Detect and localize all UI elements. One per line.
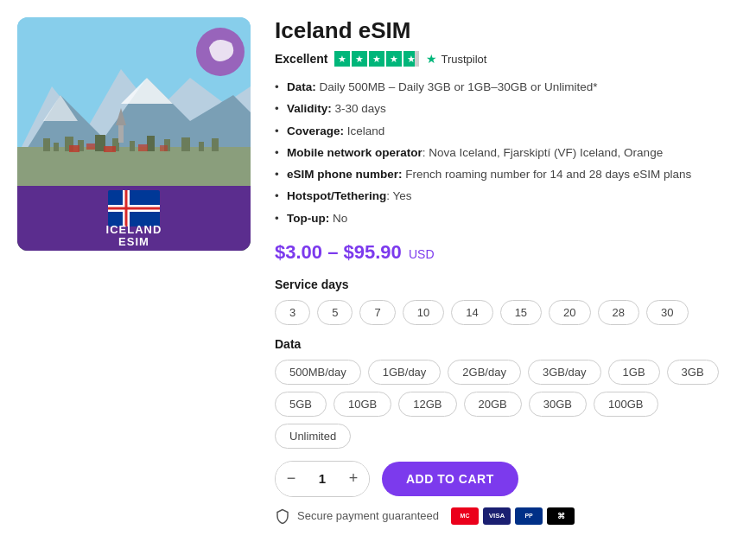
product-container: ICELAND ESIM Iceland eSIM Excellent ★ ★ … [17,17,739,525]
secure-payment-row: Secure payment guaranteed MC VISA PP ⌘ [275,507,739,525]
day-pill-7[interactable]: 7 [359,300,395,325]
price-range: $3.00 – $95.90 USD [275,241,739,264]
svg-rect-17 [199,142,204,151]
svg-rect-16 [181,137,190,151]
day-pill-5[interactable]: 5 [317,300,353,325]
rating-label: Excellent [275,52,327,66]
data-label: Data [275,337,739,351]
price-separator: – [327,241,343,263]
spec-hotspot: Hotspot/Tethering: Yes [275,188,739,205]
trustpilot-star-icon: ★ [426,52,437,66]
svg-rect-6 [17,147,251,186]
service-days-label: Service days [275,278,739,291]
svg-rect-14 [147,136,155,151]
star-5-half: ★ [403,51,419,67]
data-pill-500mb-day[interactable]: 500MB/day [275,360,361,385]
day-pill-10[interactable]: 10 [403,300,444,325]
data-pill-12gb[interactable]: 12GB [398,392,456,417]
svg-rect-24 [138,144,148,151]
data-pill-3gb[interactable]: 3GB [667,360,719,385]
product-title: Iceland eSIM [275,17,739,44]
specs-list: Data: Daily 500MB – Daily 3GB or 1GB–30G… [275,79,739,227]
price-to: $95.90 [344,241,402,263]
data-pill-30gb[interactable]: 30GB [529,392,587,417]
price-from: $3.00 [275,241,322,263]
quantity-control: − 1 + [275,461,370,497]
add-to-cart-button[interactable]: ADD TO CART [382,462,518,496]
star-3: ★ [369,51,384,67]
product-image: ICELAND ESIM [17,17,251,251]
trustpilot-logo: ★ Trustpilot [426,52,486,66]
svg-rect-18 [212,138,219,151]
quantity-increase-button[interactable]: + [338,462,369,496]
shield-icon [275,508,290,524]
data-pill-2gb-day[interactable]: 2GB/day [448,360,521,385]
svg-rect-22 [86,144,95,150]
day-pill-15[interactable]: 15 [500,300,542,325]
day-pill-30[interactable]: 30 [646,300,688,325]
quantity-cart-row: − 1 + ADD TO CART [275,461,739,497]
trustpilot-row: Excellent ★ ★ ★ ★ ★ ★ Trustpilot [275,51,739,67]
paypal-icon: PP [515,507,543,525]
price-currency: USD [409,247,435,261]
data-pill-1gb[interactable]: 1GB [608,360,660,385]
svg-text:ICELAND: ICELAND [106,223,162,236]
data-pill-20gb[interactable]: 20GB [464,392,522,417]
svg-text:ESIM: ESIM [118,235,149,248]
star-rating: ★ ★ ★ ★ ★ [334,51,419,67]
day-pill-3[interactable]: 3 [275,300,310,325]
svg-rect-8 [54,143,59,151]
payment-icons: MC VISA PP ⌘ [451,507,575,525]
svg-rect-20 [118,125,124,143]
svg-rect-31 [108,207,160,210]
data-pill-3gb-day[interactable]: 3GB/day [528,360,601,385]
svg-rect-25 [160,145,168,151]
trustpilot-name: Trustpilot [441,53,486,66]
svg-rect-7 [43,138,50,151]
quantity-value: 1 [307,471,338,486]
data-pill-unlimited[interactable]: Unlimited [275,424,351,449]
secure-payment-label: Secure payment guaranteed [297,509,439,522]
data-pill-10gb[interactable]: 10GB [334,392,391,417]
service-days-pills[interactable]: 3 5 7 10 14 15 20 28 30 [275,300,739,325]
visa-icon: VISA [483,507,511,525]
mastercard-icon: MC [451,507,479,525]
day-pill-14[interactable]: 14 [451,300,492,325]
day-pill-20[interactable]: 20 [549,300,590,325]
product-info: Iceland eSIM Excellent ★ ★ ★ ★ ★ ★ Trust… [275,17,739,525]
star-4: ★ [386,51,402,67]
star-1: ★ [334,51,350,67]
spec-network: Mobile network operator: Nova Iceland, F… [275,144,739,162]
spec-esim-phone: eSIM phone number: French roaming number… [275,166,739,183]
svg-rect-21 [69,145,79,152]
spec-validity: Validity: 3-30 days [275,100,739,118]
data-pill-5gb[interactable]: 5GB [275,392,327,417]
svg-rect-32 [125,190,128,226]
day-pill-28[interactable]: 28 [598,300,639,325]
spec-coverage: Coverage: Iceland [275,123,739,140]
spec-data: Data: Daily 500MB – Daily 3GB or 1GB–30G… [275,79,739,96]
apple-pay-icon: ⌘ [547,507,575,525]
data-pills[interactable]: 500MB/day 1GB/day 2GB/day 3GB/day 1GB 3G… [275,360,739,449]
svg-rect-13 [130,141,135,151]
data-pill-1gb-day[interactable]: 1GB/day [368,360,442,385]
svg-rect-23 [104,146,116,152]
quantity-decrease-button[interactable]: − [276,462,307,496]
spec-topup: Top-up: No [275,210,739,227]
star-2: ★ [352,51,367,67]
data-pill-100gb[interactable]: 100GB [594,392,658,417]
